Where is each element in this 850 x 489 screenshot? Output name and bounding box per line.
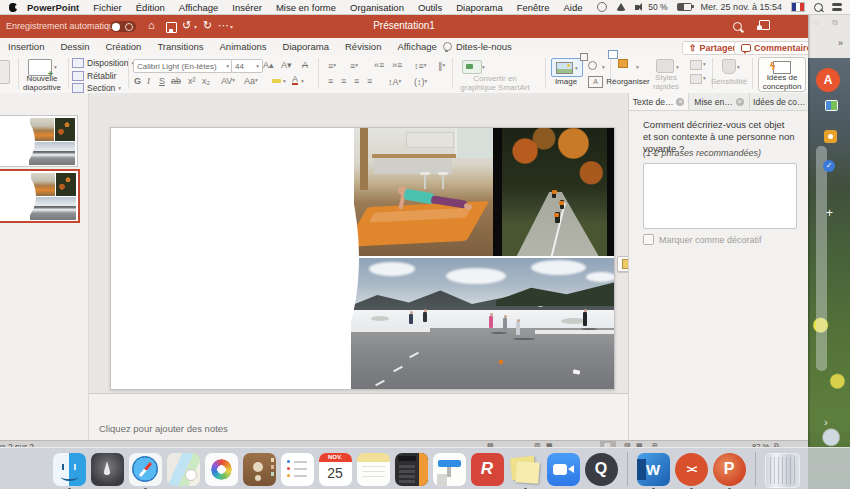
- dock-item-safari[interactable]: [129, 453, 162, 486]
- menu-item-affichage[interactable]: Affichage: [179, 2, 218, 13]
- dock-item-reminders[interactable]: [281, 453, 314, 486]
- new-slide-button[interactable]: Nouvellediapositive: [16, 75, 68, 92]
- strikethrough-button[interactable]: ab: [171, 76, 181, 86]
- paste-button[interactable]: [0, 60, 10, 84]
- dock-item-calculator[interactable]: [395, 453, 428, 486]
- columns-icon[interactable]: ∥▾: [438, 60, 445, 71]
- insert-image-button[interactable]: ▾: [551, 58, 583, 77]
- bold-button[interactable]: G: [134, 76, 141, 86]
- tab-alt-text[interactable]: Texte de… ×: [629, 93, 689, 110]
- text-box-icon[interactable]: A: [588, 76, 603, 88]
- layout-button[interactable]: Disposition▾: [72, 58, 134, 68]
- slide-thumbnail-1[interactable]: [0, 115, 78, 167]
- dock-item-finder[interactable]: [53, 453, 86, 486]
- slide-thumbnail-2-selected[interactable]: [0, 169, 80, 223]
- menu-item--dition[interactable]: Édition: [136, 2, 165, 13]
- keyboard-flag-icon[interactable]: [791, 2, 805, 12]
- notes-placeholder[interactable]: Cliquez pour ajouter des notes: [99, 423, 228, 434]
- numbering-icon[interactable]: ≡▾: [350, 60, 358, 71]
- dock-item-powerpoint[interactable]: P: [713, 453, 746, 486]
- control-center-icon[interactable]: [832, 3, 842, 11]
- highlight-color-icon[interactable]: [272, 79, 281, 83]
- menu-item-mise-en-forme[interactable]: Mise en forme: [276, 2, 336, 13]
- avatar-badge[interactable]: A: [816, 68, 840, 92]
- decorative-checkbox[interactable]: [643, 234, 654, 245]
- outdent-icon[interactable]: «≡: [374, 60, 384, 70]
- notes-pane[interactable]: Cliquez pour ajouter des notes: [89, 394, 628, 440]
- clear-format-icon[interactable]: A: [302, 60, 308, 70]
- menu-item-organisation[interactable]: Organisation: [350, 2, 404, 13]
- justify-icon[interactable]: ≡: [367, 76, 372, 86]
- font-color-button[interactable]: A: [292, 75, 298, 85]
- ribbon-tab-cr-ation[interactable]: Création: [105, 41, 141, 52]
- dock-item-photos[interactable]: [205, 453, 238, 486]
- underline-button[interactable]: S: [159, 76, 165, 86]
- overflow-chevrons[interactable]: »: [838, 38, 842, 48]
- status-circle-icon[interactable]: [597, 2, 607, 12]
- dock-item-maps[interactable]: [167, 453, 200, 486]
- titlebar-search-icon[interactable]: [733, 22, 742, 31]
- desktop-file-icon[interactable]: [825, 100, 838, 111]
- wifi-icon[interactable]: [616, 3, 626, 11]
- ribbon-tab-dessin[interactable]: Dessin: [60, 41, 89, 52]
- menu-item-diaporama[interactable]: Diaporama: [456, 2, 502, 13]
- highlight-chevron-icon[interactable]: ▾: [283, 78, 286, 84]
- apple-menu-icon[interactable]: [9, 3, 17, 12]
- slide[interactable]: [110, 127, 615, 390]
- design-ideas-button[interactable]: ϟ Idées deconception: [758, 57, 806, 92]
- superscript-button[interactable]: x²: [188, 76, 196, 86]
- italic-button[interactable]: I: [147, 76, 150, 86]
- arrange-chevron-icon[interactable]: ▾: [636, 64, 639, 70]
- indent-icon[interactable]: »≡: [392, 60, 402, 70]
- tab-format[interactable]: Mise en… ×: [689, 93, 749, 110]
- dock-item-trash[interactable]: [765, 453, 798, 486]
- menu-app-name[interactable]: PowerPoint: [27, 2, 79, 13]
- section-button[interactable]: Section▾: [72, 83, 134, 93]
- ribbon-tab-insertion[interactable]: Insertion: [8, 41, 44, 52]
- presenter-icon[interactable]: [757, 20, 770, 30]
- dock-item-calendar[interactable]: NOV.25: [319, 453, 352, 486]
- text-direction-icon[interactable]: ↕A▾: [388, 76, 401, 87]
- line-spacing-icon[interactable]: ↕≡▾: [414, 60, 427, 71]
- dock-item-stickies[interactable]: [509, 453, 542, 486]
- side-chevron-icon[interactable]: ›: [824, 416, 828, 428]
- alt-text-input[interactable]: [643, 163, 797, 229]
- font-color-chevron-icon[interactable]: ▾: [301, 78, 304, 84]
- align-left-icon[interactable]: ≡: [328, 76, 333, 86]
- ribbon-tab-diaporama[interactable]: Diaporama: [283, 41, 329, 52]
- change-case-button[interactable]: Aa▾: [244, 76, 258, 86]
- font-name-select[interactable]: Calibri Light (En-têtes)▾: [133, 59, 233, 73]
- decrease-font-icon[interactable]: A▾: [281, 60, 292, 70]
- comments-button[interactable]: Commentaires: [734, 41, 808, 55]
- dock-item-avira-antivirus[interactable]: R: [471, 453, 504, 486]
- dock-item-quicktime[interactable]: Q: [585, 453, 618, 486]
- ribbon-tab-r-vision[interactable]: Révision: [345, 41, 381, 52]
- tab-design-ideas[interactable]: Idées de co…: [750, 93, 808, 110]
- align-right-icon[interactable]: ≡: [354, 76, 359, 86]
- char-spacing-button[interactable]: AV▾: [221, 76, 235, 86]
- menu-item-outils[interactable]: Outils: [418, 2, 442, 13]
- dock-item-remote-desktop[interactable]: ><: [675, 453, 708, 486]
- desktop-app-icon[interactable]: [824, 130, 837, 143]
- align-center-icon[interactable]: ≡: [341, 76, 346, 86]
- check-badge-icon[interactable]: ✓: [823, 160, 835, 172]
- menu-item-aide[interactable]: Aide: [563, 2, 582, 13]
- new-slide-chevron-icon[interactable]: ▾: [54, 64, 57, 70]
- tell-me-label[interactable]: Dites-le-nous: [456, 41, 512, 52]
- photo-snowy-road-skiers[interactable]: [351, 258, 614, 389]
- vertical-align-icon[interactable]: (↕)▾: [414, 76, 427, 87]
- font-size-select[interactable]: 44▾: [231, 59, 263, 73]
- shapes-chevron-icon[interactable]: ▾: [602, 64, 605, 70]
- dock-item-word[interactable]: W: [637, 453, 670, 486]
- dock-item-zoom[interactable]: [547, 453, 580, 486]
- menu-clock[interactable]: Mer. 25 nov. à 15:54: [701, 2, 782, 12]
- menu-item-fichier[interactable]: Fichier: [93, 2, 122, 13]
- ribbon-tab-animations[interactable]: Animations: [220, 41, 267, 52]
- ribbon-tab-transitions[interactable]: Transitions: [157, 41, 203, 52]
- increase-font-icon[interactable]: A▴: [263, 60, 274, 70]
- ribbon-tab-affichage[interactable]: Affichage: [397, 41, 436, 52]
- menu-item-ins-rer[interactable]: Insérer: [232, 2, 262, 13]
- dock-item-keynote[interactable]: [433, 453, 466, 486]
- dock-item-notes[interactable]: [357, 453, 390, 486]
- reset-button[interactable]: Rétablir: [72, 71, 134, 81]
